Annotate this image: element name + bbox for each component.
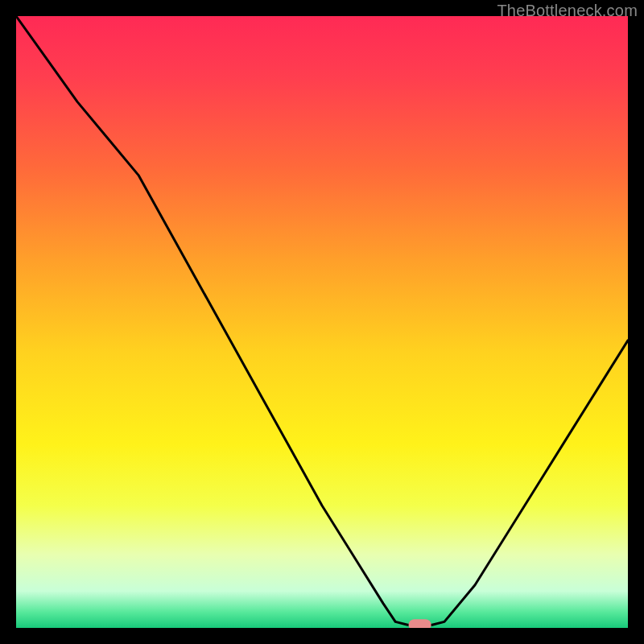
bottleneck-chart (16, 16, 628, 628)
optimal-marker (409, 619, 431, 628)
gradient-background (16, 16, 628, 628)
chart-frame: TheBottleneck.com (0, 0, 644, 644)
watermark-text: TheBottleneck.com (497, 2, 638, 20)
plot-area (16, 16, 628, 628)
